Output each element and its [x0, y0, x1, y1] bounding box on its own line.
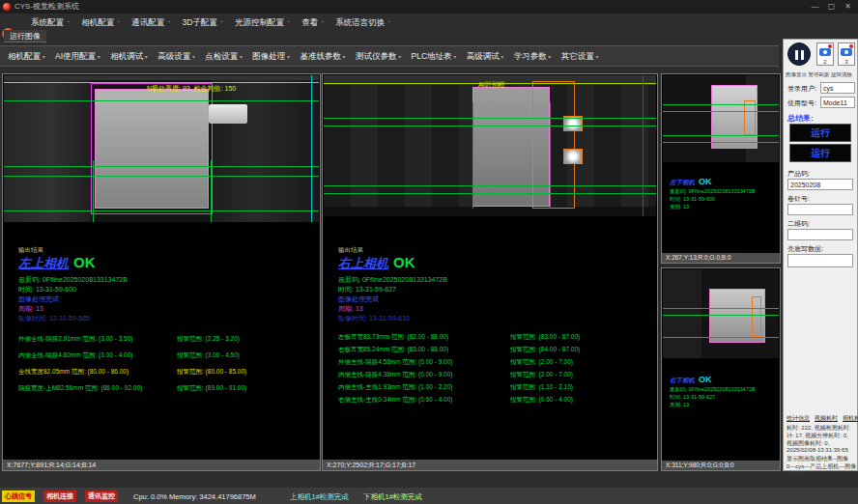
camera-view-toggle-button-1[interactable]: 2	[816, 42, 834, 66]
measurement-label: 左极耳宽83.73mm 范围: (82.00 - 88.00)	[338, 333, 448, 342]
minimize-button[interactable]: —	[807, 0, 823, 14]
cycle-line: 周期: 13	[670, 402, 689, 408]
tool-plc-address[interactable]: PLC地址表	[412, 46, 457, 67]
bright-feature-spot	[563, 149, 583, 164]
tool-camera-debug[interactable]: 相机调试	[110, 46, 148, 67]
measure-line-green	[663, 135, 779, 136]
measurement-label: 全线宽度82.05mm 范围: (80.00 - 86.00)	[18, 368, 129, 377]
machine-column-right	[211, 75, 319, 222]
menu-light-control[interactable]: 光源控制配置	[235, 14, 290, 30]
result-camera-name: 左上相机	[18, 256, 69, 270]
result-banner: 左下相机OK	[670, 171, 712, 188]
measure-line-green	[663, 308, 779, 309]
result-status: OK	[393, 254, 415, 270]
camera-connection-indicator: 相机连接	[43, 490, 76, 502]
tool-camera-config[interactable]: 相机配置	[8, 46, 45, 67]
camera-view-lower-left: 左下相机OK 最新码: 0Ffline2025020813313472B 时间:…	[661, 73, 781, 264]
cycle-line: 周期: 13	[670, 204, 689, 210]
pause-button[interactable]	[787, 42, 811, 66]
measure-line-green	[663, 111, 779, 112]
camera-view-toggle-button-2[interactable]: 3	[838, 42, 855, 66]
result-banner: 右下相机OK	[670, 369, 712, 386]
measure-line-green	[324, 193, 656, 194]
machine-column	[663, 269, 701, 358]
time-line: 时间: 13-31-59-600	[670, 196, 715, 203]
tool-ai-config[interactable]: AI使用配置	[55, 46, 100, 67]
stats-tab-camera[interactable]: 相机耗时	[843, 415, 858, 421]
menu-view[interactable]: 查看	[301, 14, 324, 30]
needle-number-value[interactable]	[787, 204, 853, 215]
measurement-label: 内侧主线-主线1.93mm 范围: (1.00 - 2.20)	[338, 383, 452, 392]
stats-header: 统计信息视频耗时相机耗时	[786, 414, 858, 423]
pause-icon	[801, 50, 804, 60]
camera-count: 3	[839, 59, 854, 65]
camera-image-lower-right[interactable]	[663, 269, 779, 358]
tool-advanced-settings[interactable]: 高级设置	[157, 46, 195, 67]
connector-part	[209, 104, 247, 124]
camera-count: 2	[817, 59, 833, 65]
latest-code-line: 最新码: 0Ffline2025020813313472B	[18, 275, 128, 285]
right-side-panel: 2 3 图像显示 暂停刷新 故障清除 登录用户: cys 使用型号: Mode1…	[783, 39, 858, 471]
measurement-alarm: 报警范围: (83.00 - 87.00)	[510, 333, 580, 342]
tool-tester-params[interactable]: 测试仪参数	[356, 46, 401, 67]
measure-line-green-vertical	[211, 160, 212, 222]
maximize-button[interactable]: ▢	[823, 0, 840, 14]
menu-camera-config[interactable]: 相机配置	[81, 14, 120, 30]
menu-3d-config[interactable]: 3D子配置	[182, 14, 222, 30]
measurement-alarm: 报警范围: (80.00 - 85.00)	[177, 368, 246, 377]
upper-camera-status-message: 上相机1#检测完成	[290, 492, 349, 502]
measurement-alarm: 报警范围: (2.25 - 3.20)	[177, 335, 240, 344]
stats-tab-info[interactable]: 统计信息	[786, 415, 810, 421]
total-result-display-2: 运行	[789, 144, 851, 162]
tool-learning-params[interactable]: 学习参数	[514, 46, 552, 67]
menu-language-switch[interactable]: 系统语言切换	[335, 14, 390, 30]
model-value[interactable]: Mode11	[820, 97, 855, 108]
camera-image-upper-left[interactable]: N极处高度: 93. 检合判值: 150	[4, 75, 319, 222]
camera-view-lower-right: 右下相机OK 最新码: 0Ffline2025020813313472B 时间:…	[661, 267, 781, 471]
tab-run-image[interactable]: 运行图像	[4, 30, 46, 42]
measurement-alarm: 报警范围: (1.10 - 2.10)	[510, 383, 573, 392]
measurement-row: 外侧主线-隔膜4.58mm 范围: (0.00 - 9.00) 报警范围: (2…	[338, 358, 647, 367]
measurement-label: 外侧主线-隔膜4.58mm 范围: (0.00 - 9.00)	[338, 358, 452, 367]
record-dot-icon	[828, 44, 832, 48]
stats-tab-video[interactable]: 视频耗时	[815, 415, 838, 421]
tool-other-settings[interactable]: 其它设置	[561, 46, 599, 67]
overlay-measure-label: N极处高度: 93. 检合判值: 150	[147, 84, 236, 94]
camera-image-upper-right[interactable]: AI识别框	[324, 75, 656, 216]
tool-baseline-params[interactable]: 基准线参数	[300, 46, 345, 67]
login-user-value[interactable]: cys	[820, 82, 855, 94]
camera-image-lower-left[interactable]	[663, 75, 779, 162]
shell-write-data-value[interactable]	[787, 254, 853, 267]
model-label: 使用型号:	[787, 98, 816, 108]
measurement-row: 右侧主线-主线0.34mm 范围: (0.60 - 4.00) 报警范围: (0…	[338, 396, 647, 405]
measure-line-green	[324, 118, 656, 119]
comm-monitor-indicator: 通讯监控	[85, 490, 118, 502]
menu-comm-config[interactable]: 通讯配置	[131, 14, 170, 30]
detection-roi-rect	[91, 83, 213, 214]
measurement-label: 外侧全线-隔膜2.91mm 范围: (3.00 - 3.50)	[18, 335, 132, 344]
measurement-alarm: 报警范围: (2.00 - 7.00)	[510, 358, 573, 367]
cycle-line: 周期: 13	[18, 304, 43, 314]
result-banner: 右上相机OK	[338, 254, 415, 272]
measurement-row: 左极耳宽83.73mm 范围: (82.00 - 88.00) 报警范围: (8…	[338, 333, 647, 342]
menu-system-config[interactable]: 系统配置	[31, 14, 70, 30]
measure-line-green	[324, 126, 656, 126]
result-camera-name: 左下相机	[670, 179, 695, 185]
time-line: 时间: 13-31-59-627	[670, 394, 715, 401]
measure-line-green	[663, 337, 779, 338]
latest-code-line: 最新码: 0Ffline2025020813313472B	[338, 275, 447, 285]
product-code-value[interactable]: 20250208	[787, 179, 853, 190]
measure-line-green-vertical	[472, 102, 473, 209]
toolbar: 相机配置 AI使用配置 相机调试 高级设置 点检设置 图像处理 基准线参数 测试…	[0, 45, 779, 67]
stats-line: 2025/02/08-13:31:39:65	[786, 447, 857, 453]
close-button[interactable]: ✕	[840, 0, 856, 14]
tool-image-processing[interactable]: 图像处理	[252, 46, 290, 67]
camera-icon	[841, 48, 852, 56]
tool-advanced-debug[interactable]: 高级调试	[467, 46, 504, 67]
time-line: 时间: 13-31-59-600	[18, 285, 76, 294]
tool-spotcheck-settings[interactable]: 点检设置	[205, 46, 243, 67]
result-camera-name: 右上相机	[338, 256, 388, 270]
qr-code-value[interactable]	[787, 229, 853, 240]
process-status-line: 图像处理完成	[18, 294, 59, 304]
measure-line-green-vertical	[550, 102, 551, 209]
